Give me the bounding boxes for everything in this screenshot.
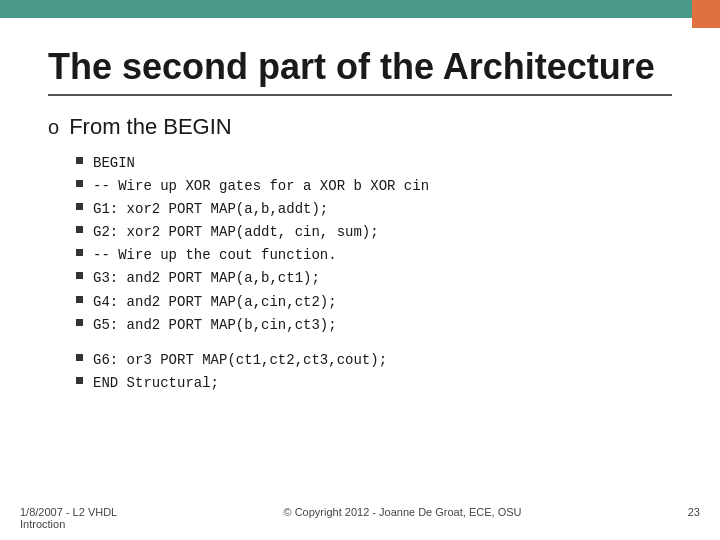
code-bullet <box>76 157 83 164</box>
footer-center: © Copyright 2012 - Joanne De Groat, ECE,… <box>283 506 521 530</box>
code-text: G2: xor2 PORT MAP(addt, cin, sum); <box>93 221 672 244</box>
code-text: G5: and2 PORT MAP(b,cin,ct3); <box>93 314 672 337</box>
code-line: G4: and2 PORT MAP(a,cin,ct2); <box>76 291 672 314</box>
slide-content: The second part of the Architecture o Fr… <box>0 14 720 415</box>
code-text: G1: xor2 PORT MAP(a,b,addt); <box>93 198 672 221</box>
code-bullet <box>76 319 83 326</box>
slide-title: The second part of the Architecture <box>48 46 672 88</box>
code-text: G3: and2 PORT MAP(a,b,ct1); <box>93 267 672 290</box>
code-bullet <box>76 342 83 349</box>
code-bullet <box>76 203 83 210</box>
code-bullet <box>76 377 83 384</box>
corner-decoration <box>692 0 720 28</box>
code-line: G5: and2 PORT MAP(b,cin,ct3); <box>76 314 672 337</box>
main-bullet-marker: o <box>48 116 59 139</box>
code-bullet <box>76 180 83 187</box>
code-line: G1: xor2 PORT MAP(a,b,addt); <box>76 198 672 221</box>
footer: 1/8/2007 - L2 VHDL Introction © Copyrigh… <box>0 506 720 530</box>
code-line: -- Wire up XOR gates for a XOR b XOR cin <box>76 175 672 198</box>
code-line: G2: xor2 PORT MAP(addt, cin, sum); <box>76 221 672 244</box>
code-block: BEGIN-- Wire up XOR gates for a XOR b XO… <box>76 152 672 395</box>
code-bullet <box>76 296 83 303</box>
code-bullet <box>76 226 83 233</box>
code-text: G4: and2 PORT MAP(a,cin,ct2); <box>93 291 672 314</box>
code-bullet <box>76 354 83 361</box>
code-line: BEGIN <box>76 152 672 175</box>
from-begin-label: From the BEGIN <box>69 114 232 140</box>
code-bullet <box>76 272 83 279</box>
code-line: G6: or3 PORT MAP(ct1,ct2,ct3,cout); <box>76 349 672 372</box>
code-line <box>76 337 672 349</box>
code-text: -- Wire up XOR gates for a XOR b XOR cin <box>93 175 672 198</box>
code-bullet <box>76 249 83 256</box>
main-bullet-item: o From the BEGIN <box>48 114 672 140</box>
code-text: END Structural; <box>93 372 672 395</box>
code-line: END Structural; <box>76 372 672 395</box>
footer-right: 23 <box>688 506 700 530</box>
code-text: BEGIN <box>93 152 672 175</box>
code-line: G3: and2 PORT MAP(a,b,ct1); <box>76 267 672 290</box>
code-text: -- Wire up the cout function. <box>93 244 672 267</box>
title-rule <box>48 94 672 96</box>
footer-left: 1/8/2007 - L2 VHDL Introction <box>20 506 117 530</box>
code-line: -- Wire up the cout function. <box>76 244 672 267</box>
top-bar <box>0 0 720 18</box>
code-text: G6: or3 PORT MAP(ct1,ct2,ct3,cout); <box>93 349 672 372</box>
